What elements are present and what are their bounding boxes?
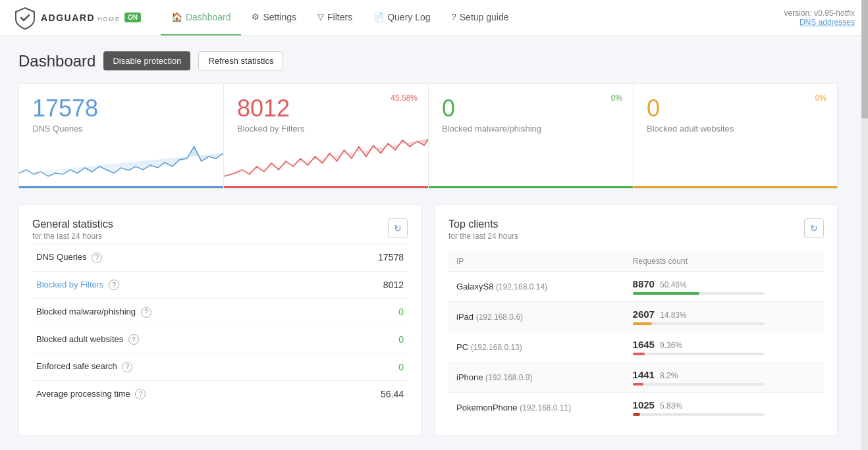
dns-addresses-link[interactable]: DNS addresses [784, 18, 855, 27]
client-name-pokemonphone: PokemonPhone [456, 403, 518, 413]
scrollbar-thumb[interactable] [861, 0, 868, 118]
stat-row-safe-search: Enforced safe search ? 0 [32, 353, 408, 381]
top-clients-refresh-button[interactable]: ↻ [804, 218, 824, 238]
stat-label-avg-time: Average processing time [36, 389, 130, 399]
general-stats-refresh-button[interactable]: ↻ [388, 218, 408, 238]
stat-value-blocked-malware: 0 [327, 299, 408, 326]
client-percent-pc: 9.36% [660, 341, 682, 350]
client-count-galaxys8: 8870 [633, 278, 655, 289]
client-name-galaxys8: GalaxyS8 [456, 282, 493, 291]
dns-queries-number: 17578 [32, 95, 210, 122]
general-stats-table: DNS Queries ? 17578 Blocked by Filters ?… [32, 243, 408, 407]
dns-queries-card: 17578 DNS Queries [18, 84, 223, 189]
nav-querylog[interactable]: 📄 Query Log [363, 0, 441, 36]
top-clients-panel: Top clients for the last 24 hours ↻ IP R… [435, 205, 838, 436]
client-percent-ipad: 14.83% [660, 311, 687, 320]
bottom-section: General statistics for the last 24 hours… [18, 205, 838, 436]
on-badge: ON [124, 12, 141, 22]
col-requests: Requests count [625, 251, 824, 272]
general-stats-subtitle: for the last 24 hours [32, 232, 113, 241]
navbar: ADGUARD HOME ON 🏠 Dashboard ⚙ Settings ▽… [0, 0, 868, 36]
dns-queries-label: DNS Queries [32, 124, 210, 134]
client-req-pokemonphone: 1025 5.83% [633, 399, 816, 411]
nav-setup[interactable]: ? Setup guide [441, 0, 520, 36]
safe-search-help-icon[interactable]: ? [122, 362, 132, 372]
blocked-malware-number: 0 [442, 95, 620, 122]
blocked-adult-bar [634, 186, 837, 188]
nav-settings[interactable]: ⚙ Settings [241, 0, 307, 36]
client-req-pc: 1645 9.36% [633, 339, 816, 350]
version-text: version: v0.95-hotfix [784, 9, 855, 18]
stat-label-blocked-adult: Blocked adult websites [36, 334, 123, 344]
top-clients-subtitle: for the last 24 hours [448, 232, 518, 241]
client-bar-ipad [633, 322, 765, 325]
client-name-ipad: iPad [456, 312, 474, 322]
stat-label-dns: DNS Queries [36, 252, 87, 262]
client-req-iphone: 1441 8.2% [633, 369, 816, 380]
stat-value-avg-time: 56.44 [327, 380, 408, 407]
client-count-pc: 1645 [633, 339, 655, 350]
client-name-iphone: iPhone [456, 372, 483, 382]
client-bar-pc [633, 353, 765, 355]
nav-links: 🏠 Dashboard ⚙ Settings ▽ Filters 📄 Query… [161, 0, 784, 36]
blocked-filters-label: Blocked by Filters [237, 124, 415, 134]
blocked-malware-bar [429, 186, 633, 188]
stat-row-blocked-filters: Blocked by Filters ? 8012 [32, 271, 408, 299]
nav-querylog-label: Query Log [387, 12, 430, 22]
nav-dashboard-label: Dashboard [186, 12, 231, 22]
client-row-iphone: iPhone (192.168.0.9) 1441 8.2% [448, 362, 824, 393]
stat-value-dns: 17578 [327, 244, 408, 272]
blocked-filters-bar [224, 186, 428, 188]
blocked-malware-percent: 0% [611, 93, 622, 103]
main-content: Dashboard Disable protection Refresh sta… [0, 36, 856, 450]
client-row-ipad: iPad (192.168.0.6) 2607 14.83% [448, 302, 824, 332]
stat-label-safe-search: Enforced safe search [36, 361, 117, 371]
blocked-filters-card: 45.58% 8012 Blocked by Filters [223, 84, 428, 189]
general-stats-header: General statistics for the last 24 hours… [32, 218, 408, 241]
logo-text: ADGUARD HOME [41, 12, 121, 23]
stat-label-blocked-malware: Blocked malware/phishing [36, 307, 136, 316]
top-clients-header: Top clients for the last 24 hours ↻ [448, 218, 824, 241]
client-row-pokemonphone: PokemonPhone (192.168.0.11) 1025 5.83% [448, 393, 824, 423]
disable-protection-button[interactable]: Disable protection [103, 51, 190, 70]
col-ip: IP [448, 251, 625, 272]
shield-icon [13, 6, 37, 30]
stat-value-blocked-filters: 8012 [327, 271, 408, 299]
blocked-adult-label: Blocked adult websites [647, 124, 824, 134]
scrollbar[interactable] [861, 0, 868, 450]
client-count-pokemonphone: 1025 [633, 399, 655, 411]
stat-value-safe-search: 0 [327, 353, 408, 381]
logo-adguard: ADGUARD [41, 12, 95, 23]
stat-label-blocked-filters[interactable]: Blocked by Filters [36, 280, 104, 289]
settings-icon: ⚙ [252, 12, 259, 22]
logo-area: ADGUARD HOME ON [13, 6, 141, 30]
client-row-galaxys8: GalaxyS8 (192.168.0.14) 8870 50.46% [448, 272, 824, 302]
filters-icon: ▽ [317, 12, 324, 22]
blocked-malware-label: Blocked malware/phishing [442, 124, 620, 134]
avg-time-help-icon[interactable]: ? [135, 389, 146, 399]
client-bar-galaxys8 [633, 292, 765, 295]
nav-right: version: v0.95-hotfix DNS addresses [784, 9, 855, 27]
dns-chart [19, 134, 223, 186]
client-percent-iphone: 8.2% [660, 371, 678, 380]
blocked-malware-help-icon[interactable]: ? [141, 307, 151, 318]
stat-row-blocked-adult: Blocked adult websites ? 0 [32, 326, 408, 353]
dns-help-icon[interactable]: ? [92, 253, 102, 263]
stat-row-blocked-malware: Blocked malware/phishing ? 0 [32, 299, 408, 326]
refresh-statistics-button[interactable]: Refresh statistics [198, 51, 283, 70]
nav-filters[interactable]: ▽ Filters [307, 0, 363, 36]
nav-dashboard[interactable]: 🏠 Dashboard [161, 0, 242, 36]
blocked-adult-card: 0% 0 Blocked adult websites [633, 84, 838, 189]
blocked-adult-number: 0 [647, 95, 824, 122]
home-icon: 🏠 [171, 12, 182, 22]
client-bar-pokemonphone [633, 413, 765, 416]
client-percent-pokemonphone: 5.83% [660, 401, 682, 411]
client-bar-iphone [633, 383, 765, 386]
blocked-filters-help-icon[interactable]: ? [109, 280, 119, 290]
setup-icon: ? [452, 12, 456, 22]
stat-value-blocked-adult: 0 [327, 326, 408, 353]
blocked-adult-help-icon[interactable]: ? [128, 334, 139, 345]
logo-home: HOME [97, 16, 121, 22]
top-clients-table: IP Requests count GalaxyS8 (192.168.0.14… [448, 251, 824, 422]
client-percent-galaxys8: 50.46% [660, 280, 687, 289]
